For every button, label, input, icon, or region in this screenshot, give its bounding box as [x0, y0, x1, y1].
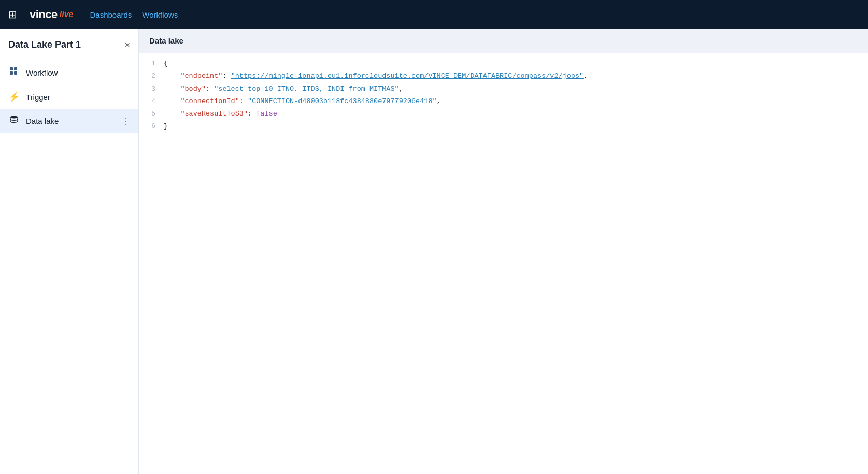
line-content-4: "connectionId": "CONNECTION-d48003b118fc… [164, 95, 868, 108]
workflow-label: Workflow [26, 68, 130, 77]
line-content-1: { [164, 58, 868, 70]
svg-rect-0 [10, 67, 13, 70]
sidebar-header: Data Lake Part 1 × [0, 29, 138, 56]
line-number-2: 2 [139, 70, 164, 82]
close-button[interactable]: × [124, 40, 130, 50]
trigger-icon: ⚡ [8, 91, 20, 103]
line-number-4: 4 [139, 95, 164, 107]
nav-links: Dashboards Workflows [90, 10, 178, 19]
line-content-6: } [164, 120, 868, 133]
svg-rect-3 [14, 71, 17, 75]
code-editor: 1 { 2 "endpoint": "https://mingle-ionapi… [139, 53, 868, 137]
code-line-2: 2 "endpoint": "https://mingle-ionapi.eu1… [139, 70, 868, 82]
sidebar-title: Data Lake Part 1 [8, 39, 81, 50]
sidebar-nav: Workflow ⚡ Trigger Data lake ⋮ [0, 61, 138, 133]
sidebar-item-workflow[interactable]: Workflow [0, 61, 138, 85]
svg-rect-1 [14, 67, 17, 70]
content-header-title: Data lake [149, 36, 183, 45]
sidebar: Data Lake Part 1 × Workflow ⚡ T [0, 29, 139, 474]
code-container[interactable]: 1 { 2 "endpoint": "https://mingle-ionapi… [139, 53, 868, 474]
grid-icon[interactable]: ⊞ [8, 8, 17, 21]
code-line-4: 4 "connectionId": "CONNECTION-d48003b118… [139, 95, 868, 108]
trigger-label: Trigger [26, 93, 130, 102]
code-line-5: 5 "saveResultToS3": false [139, 108, 868, 120]
datalake-more-icon[interactable]: ⋮ [121, 116, 130, 127]
nav-link-workflows[interactable]: Workflows [142, 10, 178, 19]
logo-vince-text: vince [30, 8, 58, 21]
content-area: Data lake 1 { 2 "endpoint": "https://min… [139, 29, 868, 474]
code-line-6: 6 } [139, 120, 868, 133]
top-navigation: ⊞ vince live Dashboards Workflows [0, 0, 868, 29]
nav-link-dashboards[interactable]: Dashboards [90, 10, 132, 19]
svg-point-4 [10, 116, 18, 119]
line-number-5: 5 [139, 108, 164, 120]
line-number-1: 1 [139, 58, 164, 69]
line-number-3: 3 [139, 83, 164, 95]
logo-live-text: live [60, 10, 74, 19]
datalake-label: Data lake [26, 117, 115, 125]
line-content-3: "body": "select top 10 ITNO, ITDS, INDI … [164, 83, 868, 95]
workflow-icon [8, 67, 20, 79]
code-line-3: 3 "body": "select top 10 ITNO, ITDS, IND… [139, 83, 868, 95]
datalake-icon [8, 115, 20, 127]
sidebar-item-datalake[interactable]: Data lake ⋮ [0, 109, 138, 133]
svg-rect-2 [10, 71, 13, 75]
line-content-5: "saveResultToS3": false [164, 108, 868, 120]
main-layout: Data Lake Part 1 × Workflow ⚡ T [0, 29, 868, 474]
code-line-1: 1 { [139, 58, 868, 70]
sidebar-item-trigger[interactable]: ⚡ Trigger [0, 85, 138, 109]
content-header: Data lake [139, 29, 868, 53]
logo: vince live [30, 8, 73, 21]
line-number-6: 6 [139, 120, 164, 132]
line-content-2: "endpoint": "https://mingle-ionapi.eu1.i… [164, 70, 868, 82]
